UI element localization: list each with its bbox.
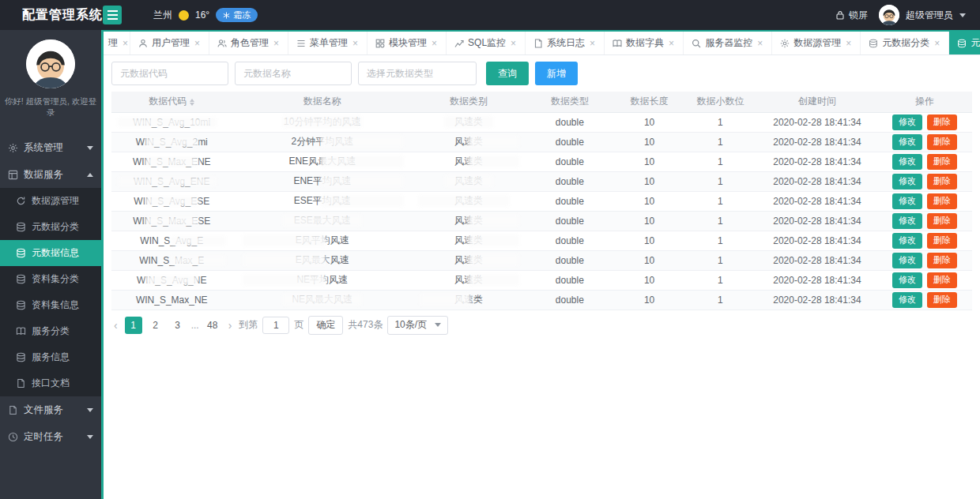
chevron-down-icon	[87, 146, 93, 150]
sort-icon[interactable]	[190, 99, 194, 106]
next-page-button[interactable]: ›	[226, 319, 235, 332]
goto-page-input[interactable]	[262, 317, 289, 334]
cell-data-decimals: 1	[684, 171, 757, 191]
add-button[interactable]: 新增	[535, 62, 578, 85]
metadata-type-select[interactable]: 选择元数据类型	[358, 62, 477, 85]
tab-role-management[interactable]: 角色管理 ×	[209, 32, 288, 54]
sidebar-item-service-info[interactable]: 服务信息	[0, 344, 101, 370]
tab-menu-management[interactable]: 菜单管理 ×	[288, 32, 368, 54]
delete-button[interactable]: 删除	[927, 193, 957, 209]
tab-label: 服务器监控	[705, 36, 752, 50]
sidebar-item-dataset-category[interactable]: 资料集分类	[0, 266, 101, 292]
metadata-name-input[interactable]	[235, 62, 352, 85]
sidebar-item-service-category[interactable]: 服务分类	[0, 318, 101, 344]
close-icon[interactable]: ×	[933, 39, 940, 48]
cell-data-code: WIN_S_Max_E	[111, 255, 232, 266]
user-name: 超级管理员	[906, 9, 953, 22]
close-icon[interactable]: ×	[431, 39, 438, 48]
close-icon[interactable]: ×	[668, 39, 675, 48]
tab-user-management[interactable]: 用户管理 ×	[130, 32, 209, 54]
page-button-3[interactable]: 3	[169, 317, 187, 334]
edit-button[interactable]: 修改	[892, 233, 922, 249]
sidebar-item-scheduled-tasks[interactable]: 定时任务	[0, 423, 101, 450]
sidebar-item-file-services[interactable]: 文件服务	[0, 396, 101, 423]
cell-created-time: 2020-02-28 18:41:34	[757, 231, 877, 250]
tab-clipped[interactable]: 理 ×	[104, 32, 130, 54]
cell-data-decimals: 1	[684, 290, 757, 310]
edit-button[interactable]: 修改	[892, 134, 922, 150]
sidebar-item-dataset-info[interactable]: 资料集信息	[0, 292, 101, 318]
delete-button[interactable]: 删除	[927, 233, 957, 249]
page-button-2[interactable]: 2	[147, 317, 164, 334]
metadata-code-input[interactable]	[111, 62, 228, 85]
close-icon[interactable]: ×	[352, 39, 359, 48]
close-icon[interactable]: ×	[845, 39, 852, 48]
document-icon	[16, 378, 26, 388]
edit-button[interactable]: 修改	[892, 292, 922, 308]
tab-system-log[interactable]: 系统日志 ×	[526, 32, 605, 54]
edit-button[interactable]: 修改	[892, 253, 922, 268]
user-menu[interactable]: 超级管理员	[879, 5, 966, 25]
confirm-button[interactable]: 确定	[308, 316, 343, 335]
close-icon[interactable]: ×	[273, 39, 280, 48]
database-icon	[16, 222, 26, 232]
tab-metadata-category[interactable]: 元数据分类 ×	[861, 32, 949, 54]
cell-data-category: 风速类	[413, 115, 525, 129]
delete-button[interactable]: 删除	[927, 174, 957, 189]
cell-data-category: 风速类	[413, 253, 525, 267]
city-label: 兰州	[153, 9, 172, 22]
sidebar-item-datasource-management[interactable]: 数据源管理	[0, 188, 101, 214]
tab-label: 角色管理	[231, 36, 269, 50]
sidebar-item-metadata-category[interactable]: 元数据分类	[0, 214, 101, 240]
sidebar-item-metadata-info[interactable]: 元数据信息	[0, 240, 101, 266]
query-button[interactable]: 查询	[486, 62, 529, 85]
sidebar-nav: 系统管理 数据服务 数据源管理 元数据分类	[0, 134, 101, 499]
delete-button[interactable]: 删除	[927, 292, 957, 308]
tab-datasource-management[interactable]: 数据源管理 ×	[772, 32, 861, 54]
close-icon[interactable]: ×	[756, 39, 763, 48]
page-button-48[interactable]: 48	[204, 317, 221, 334]
close-icon[interactable]: ×	[194, 39, 201, 48]
sidebar-item-api-docs[interactable]: 接口文档	[0, 370, 101, 396]
tab-data-dictionary[interactable]: 数据字典 ×	[605, 32, 684, 54]
tab-metadata-info[interactable]: 元数据信息 ×	[949, 32, 980, 54]
table-row: WIN_S_Max_E E风最大风速 风速类 double 10 1 2020-…	[111, 250, 972, 270]
close-icon[interactable]: ×	[510, 39, 517, 48]
tab-module-management[interactable]: 模块管理 ×	[368, 32, 447, 54]
edit-button[interactable]: 修改	[892, 213, 922, 229]
tab-sql-monitor[interactable]: SQL监控 ×	[447, 32, 526, 54]
sidebar-item-system-management[interactable]: 系统管理	[0, 134, 101, 161]
tab-server-monitor[interactable]: 服务器监控 ×	[684, 32, 772, 54]
sidebar-item-label: 元数据分类	[32, 220, 79, 234]
edit-button[interactable]: 修改	[892, 114, 922, 130]
lock-screen-label: 锁屏	[849, 9, 868, 22]
close-icon[interactable]: ×	[122, 39, 129, 48]
lock-screen-button[interactable]: 锁屏	[835, 9, 868, 22]
cell-data-code: WIN_S_Max_ENE	[111, 156, 232, 167]
page-size-select[interactable]: 10条/页	[387, 316, 448, 335]
delete-button[interactable]: 删除	[927, 213, 957, 229]
delete-button[interactable]: 删除	[927, 253, 957, 268]
chevron-down-icon	[959, 13, 966, 17]
cell-data-decimals: 1	[684, 231, 757, 250]
delete-button[interactable]: 删除	[927, 114, 957, 130]
sidebar-item-label: 数据源管理	[32, 194, 79, 208]
cell-data-category: 风速类	[413, 135, 525, 148]
sidebar-item-label: 资料集分类	[32, 272, 79, 286]
sidebar-toggle-button[interactable]	[103, 6, 122, 24]
edit-button[interactable]: 修改	[892, 193, 922, 209]
sidebar-item-data-services[interactable]: 数据服务	[0, 161, 101, 188]
edit-button[interactable]: 修改	[892, 174, 922, 189]
edit-button[interactable]: 修改	[892, 272, 922, 288]
delete-button[interactable]: 删除	[927, 134, 957, 150]
delete-button[interactable]: 删除	[927, 154, 957, 170]
delete-button[interactable]: 删除	[927, 272, 957, 288]
table-row: WIN_S_Avg_E E风平均风速 风速类 double 10 1 2020-…	[111, 231, 972, 250]
col-header-data-code[interactable]: 数据代码	[111, 92, 232, 112]
cell-data-name: NE风最大风速	[232, 293, 413, 306]
close-icon[interactable]: ×	[589, 39, 596, 48]
prev-page-button[interactable]: ‹	[111, 319, 120, 332]
tab-label: 数据源管理	[793, 36, 841, 50]
page-button-1[interactable]: 1	[125, 317, 142, 334]
edit-button[interactable]: 修改	[892, 154, 922, 170]
